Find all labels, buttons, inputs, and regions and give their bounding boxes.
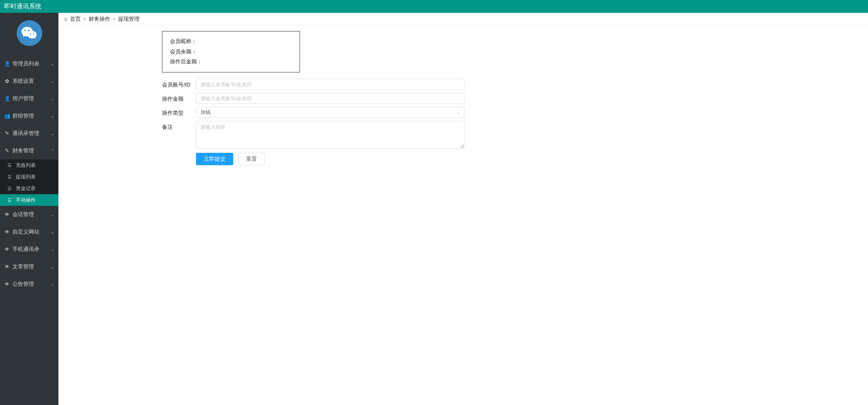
subnav-item-fund-records[interactable]: ☰ 资金记录 — [0, 183, 58, 194]
chevron-down-icon: ⌄ — [456, 110, 460, 115]
svg-point-2 — [28, 30, 29, 31]
sidebar: 👤 管理员列表 ⌄ ✿ 系统设置 ⌄ 👤 用户管理 ⌄ 👥 群组管理 — [0, 13, 58, 405]
type-label: 操作类型 — [162, 107, 196, 117]
user-icon: 👤 — [4, 61, 10, 67]
sidebar-item-admin-list[interactable]: 👤 管理员列表 ⌄ — [0, 55, 58, 72]
sidebar-item-label: 会话管理 — [12, 211, 34, 218]
subnav-item-withdraw-list[interactable]: ☰ 提现列表 — [0, 171, 58, 183]
chevron-down-icon: ⌄ — [51, 264, 54, 270]
breadcrumb: ⌂ 首页 > 财务操作 > 提现管理 — [58, 13, 868, 25]
list-icon: ☰ — [7, 186, 12, 191]
main: ⌂ 首页 > 财务操作 > 提现管理 会员昵称： 会员余额： 操作后金额： 会员… — [58, 13, 868, 405]
svg-point-3 — [27, 31, 36, 38]
chevron-down-icon: ⌄ — [51, 282, 54, 287]
sidebar-item-label: 手机通讯录 — [12, 246, 39, 253]
sidebar-item-label: 用户管理 — [12, 95, 34, 102]
subnav-item-recharge-list[interactable]: ☰ 充值列表 — [0, 159, 58, 171]
sidebar-item-label: 自定义网站 — [12, 228, 39, 236]
eye-icon: 👁 — [4, 264, 10, 270]
sidebar-item-label: 通讯录管理 — [12, 130, 39, 137]
app-title: 即时通讯系统 — [4, 2, 41, 10]
sidebar-item-system-settings[interactable]: ✿ 系统设置 ⌄ — [0, 72, 58, 90]
logo-icon — [17, 20, 42, 46]
sidebar-item-group-management[interactable]: 👥 群组管理 ⌄ — [0, 107, 58, 125]
breadcrumb-sep: > — [113, 16, 116, 22]
info-box: 会员昵称： 会员余额： 操作后金额： — [162, 31, 300, 72]
eye-icon: 👁 — [4, 246, 10, 252]
amount-input[interactable] — [196, 93, 464, 104]
chevron-down-icon: ⌄ — [51, 79, 54, 84]
home-icon: ⌂ — [64, 16, 68, 22]
eye-icon: 👁 — [4, 229, 10, 235]
reset-button[interactable]: 重置 — [238, 153, 265, 165]
type-select-value: 加钱 — [201, 109, 210, 116]
sidebar-item-announcement-management[interactable]: 👁 公告管理 ⌄ — [0, 275, 58, 293]
subnav-item-label: 充值列表 — [16, 162, 36, 169]
subnav-item-label: 手动操作 — [16, 197, 36, 204]
chevron-down-icon: ⌄ — [51, 247, 54, 252]
account-input[interactable] — [196, 79, 464, 90]
logo-wrap — [0, 13, 58, 55]
eye-icon: 👁 — [4, 281, 10, 287]
form-row-amount: 操作金额 — [162, 93, 464, 104]
svg-point-1 — [24, 30, 26, 31]
chevron-down-icon: ⌄ — [51, 131, 54, 136]
breadcrumb-l1[interactable]: 财务操作 — [89, 15, 110, 23]
list-icon: ☰ — [7, 163, 12, 168]
sidebar-item-label: 群组管理 — [12, 112, 34, 120]
button-row: 立即提交 重置 — [196, 153, 464, 165]
sidebar-item-label: 管理员列表 — [12, 60, 39, 68]
edit-icon: ✎ — [4, 148, 10, 154]
submit-button[interactable]: 立即提交 — [196, 153, 233, 165]
subnav-item-label: 提现列表 — [16, 174, 36, 181]
content: 会员昵称： 会员余额： 操作后金额： 会员账号/ID 操作金额 — [58, 25, 868, 171]
list-icon: ☰ — [7, 198, 12, 203]
remark-label: 备注 — [162, 121, 196, 131]
sidebar-item-session-management[interactable]: 👁 会话管理 ⌄ — [0, 206, 58, 223]
breadcrumb-home[interactable]: 首页 — [70, 15, 81, 23]
breadcrumb-l2: 提现管理 — [118, 15, 140, 23]
chevron-down-icon: ⌄ — [51, 212, 54, 217]
user-icon: 👤 — [4, 96, 10, 101]
header: 即时通讯系统 — [0, 0, 868, 13]
svg-point-4 — [30, 33, 31, 34]
account-label: 会员账号/ID — [162, 79, 196, 89]
form-row-remark: 备注 — [162, 121, 464, 150]
sidebar-item-label: 财务管理 — [12, 147, 34, 154]
users-icon: 👥 — [4, 113, 10, 119]
sidebar-item-label: 公告管理 — [12, 280, 34, 288]
amount-label: 操作金额 — [162, 93, 196, 103]
form-row-type: 操作类型 加钱 ⌄ — [162, 107, 464, 118]
sidebar-item-label: 系统设置 — [12, 77, 34, 85]
subnav-finance: ☰ 充值列表 ☰ 提现列表 ☰ 资金记录 ☰ 手动操作 — [0, 159, 58, 206]
chevron-down-icon: ⌄ — [51, 61, 54, 67]
subnav-item-label: 资金记录 — [16, 185, 36, 192]
type-select[interactable]: 加钱 ⌄ — [196, 107, 464, 118]
sidebar-item-article-management[interactable]: 👁 文章管理 ⌄ — [0, 258, 58, 275]
chevron-up-icon: ⌃ — [51, 148, 54, 154]
form-wrap: 会员昵称： 会员余额： 操作后金额： 会员账号/ID 操作金额 — [162, 31, 464, 165]
sidebar-item-phone-contacts[interactable]: 👁 手机通讯录 ⌄ — [0, 241, 58, 258]
chevron-down-icon: ⌄ — [51, 113, 54, 119]
list-icon: ☰ — [7, 174, 12, 180]
chevron-down-icon: ⌄ — [51, 96, 54, 101]
info-balance: 会员余额： — [170, 47, 292, 57]
cog-icon: ✿ — [4, 78, 10, 84]
chevron-down-icon: ⌄ — [51, 229, 54, 235]
sidebar-item-custom-website[interactable]: 👁 自定义网站 ⌄ — [0, 223, 58, 241]
sidebar-item-user-management[interactable]: 👤 用户管理 ⌄ — [0, 90, 58, 107]
svg-point-5 — [33, 33, 34, 34]
sidebar-item-label: 文章管理 — [12, 263, 34, 270]
subnav-item-manual-operation[interactable]: ☰ 手动操作 — [0, 194, 58, 206]
book-icon: ✎ — [4, 130, 10, 136]
remark-textarea[interactable] — [196, 121, 464, 149]
info-after-amount: 操作后金额： — [170, 57, 292, 67]
sidebar-item-contacts-management[interactable]: ✎ 通讯录管理 ⌄ — [0, 125, 58, 142]
sidebar-item-finance-management[interactable]: ✎ 财务管理 ⌃ — [0, 142, 58, 159]
eye-icon: 👁 — [4, 212, 10, 217]
info-nickname: 会员昵称： — [170, 36, 292, 47]
breadcrumb-sep: > — [83, 16, 86, 22]
form-row-account: 会员账号/ID — [162, 79, 464, 90]
